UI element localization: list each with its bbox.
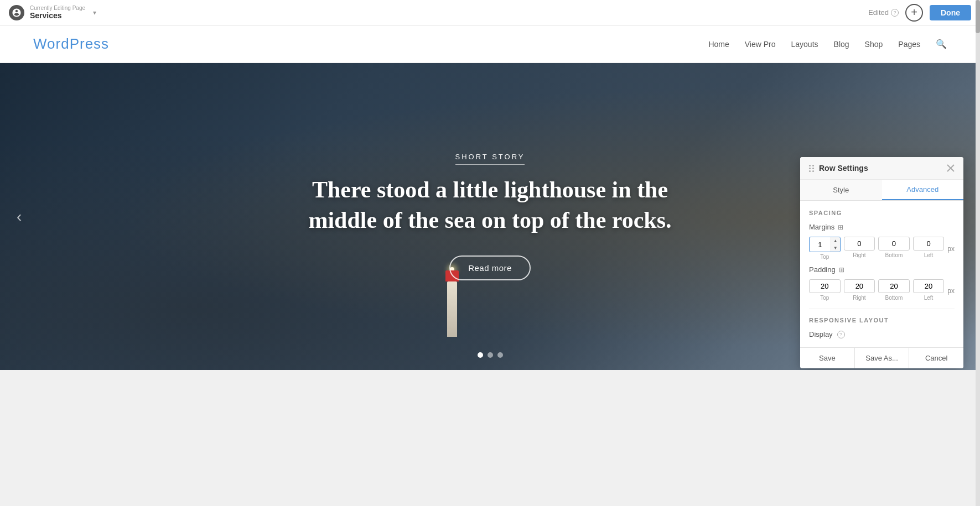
margin-right-field: Right bbox=[844, 237, 875, 258]
margins-label: Margins bbox=[809, 223, 834, 231]
slider-dot-1[interactable] bbox=[478, 352, 483, 358]
padding-right-input-wrap bbox=[844, 279, 875, 293]
panel-footer: Save Save As... Cancel bbox=[800, 347, 963, 368]
padding-right-field: Right bbox=[844, 279, 875, 301]
padding-left-input[interactable] bbox=[914, 280, 944, 293]
display-row: Display ? bbox=[809, 330, 955, 338]
margin-bottom-field: Bottom bbox=[878, 237, 910, 258]
page-scrollbar[interactable] bbox=[976, 0, 980, 506]
page-name: Services bbox=[30, 11, 85, 20]
display-label: Display bbox=[809, 330, 833, 338]
margin-left-field: Left bbox=[913, 237, 945, 258]
padding-right-input[interactable] bbox=[844, 280, 875, 293]
padding-left-label: Left bbox=[913, 295, 945, 301]
margin-right-label: Right bbox=[844, 252, 875, 258]
chevron-down-icon[interactable]: ▾ bbox=[93, 9, 96, 17]
hero-slider: SHORT STORY There stood a little lightho… bbox=[0, 63, 980, 370]
margin-top-up[interactable]: ▲ bbox=[831, 237, 840, 244]
margin-unit-label: px bbox=[947, 244, 955, 253]
currently-editing-label: Currently Editing Page bbox=[30, 5, 85, 11]
padding-top-field: Top bbox=[809, 279, 841, 301]
edited-status: Edited ? bbox=[868, 8, 899, 17]
margins-header: Margins ⊞ bbox=[809, 223, 955, 231]
nav-pages[interactable]: Pages bbox=[898, 40, 920, 49]
done-button[interactable]: Done bbox=[930, 5, 971, 20]
nav-view-pro[interactable]: View Pro bbox=[745, 40, 776, 49]
margin-top-spinners: ▲ ▼ bbox=[831, 237, 840, 252]
save-button[interactable]: Save bbox=[800, 348, 855, 368]
read-more-button[interactable]: Read more bbox=[449, 255, 531, 280]
responsive-section-label: RESPONSIVE LAYOUT bbox=[809, 317, 955, 324]
row-settings-panel: Row Settings Style Advanced SPACING Marg… bbox=[800, 157, 963, 368]
nav-home[interactable]: Home bbox=[708, 40, 729, 49]
padding-bottom-input[interactable] bbox=[879, 280, 909, 293]
section-divider bbox=[809, 309, 955, 309]
padding-top-label: Top bbox=[809, 295, 841, 301]
save-as-button[interactable]: Save As... bbox=[855, 348, 910, 368]
page-info: Currently Editing Page Services bbox=[30, 5, 85, 20]
admin-bar: Currently Editing Page Services ▾ Edited… bbox=[0, 0, 980, 25]
admin-bar-right: Edited ? + Done bbox=[868, 4, 971, 22]
search-icon[interactable]: 🔍 bbox=[936, 39, 947, 49]
margin-right-input-wrap bbox=[844, 237, 875, 251]
admin-avatar bbox=[9, 5, 24, 20]
panel-tabs: Style Advanced bbox=[800, 180, 963, 201]
padding-unit-label: px bbox=[947, 286, 955, 295]
margin-bottom-input[interactable] bbox=[879, 237, 909, 250]
drag-handle[interactable]: Row Settings bbox=[809, 164, 868, 173]
slider-dots bbox=[478, 352, 503, 358]
margin-right-input[interactable] bbox=[844, 237, 875, 250]
margin-left-input-wrap bbox=[913, 237, 945, 251]
scrollbar-thumb[interactable] bbox=[976, 0, 980, 33]
site-logo: WordPress bbox=[33, 35, 109, 53]
margin-top-label: Top bbox=[809, 254, 841, 260]
margin-top-down[interactable]: ▼ bbox=[831, 244, 840, 252]
panel-close-button[interactable] bbox=[947, 164, 955, 172]
padding-header: Padding ⊞ bbox=[809, 265, 955, 274]
padding-bottom-label: Bottom bbox=[878, 295, 910, 301]
add-button[interactable]: + bbox=[905, 4, 923, 22]
spacing-section-label: SPACING bbox=[809, 210, 955, 216]
slider-dot-3[interactable] bbox=[497, 352, 503, 358]
info-icon[interactable]: ? bbox=[891, 9, 899, 17]
margin-bottom-input-wrap bbox=[878, 237, 910, 251]
margin-top-field: ▲ ▼ Top bbox=[809, 237, 841, 260]
nav-blog[interactable]: Blog bbox=[834, 40, 849, 49]
padding-top-input[interactable] bbox=[810, 280, 840, 293]
padding-top-input-wrap bbox=[809, 279, 841, 293]
margins-grid: ▲ ▼ Top Right bbox=[809, 237, 955, 260]
site-nav: Home View Pro Layouts Blog Shop Pages 🔍 bbox=[708, 39, 947, 49]
responsive-margins-icon[interactable]: ⊞ bbox=[838, 223, 843, 231]
panel-title: Row Settings bbox=[819, 164, 868, 173]
padding-bottom-input-wrap bbox=[878, 279, 910, 293]
tab-style[interactable]: Style bbox=[800, 180, 882, 200]
slider-dot-2[interactable] bbox=[488, 352, 493, 358]
padding-right-label: Right bbox=[844, 295, 875, 301]
display-info-icon[interactable]: ? bbox=[837, 331, 845, 338]
padding-bottom-field: Bottom bbox=[878, 279, 910, 301]
hero-subtitle: SHORT STORY bbox=[455, 153, 525, 165]
drag-dots-icon bbox=[809, 165, 815, 172]
responsive-padding-icon[interactable]: ⊞ bbox=[839, 266, 844, 274]
nav-shop[interactable]: Shop bbox=[865, 40, 883, 49]
tab-advanced[interactable]: Advanced bbox=[882, 180, 964, 200]
margin-top-input[interactable] bbox=[810, 238, 831, 251]
padding-grid: Top Right Bottom bbox=[809, 279, 955, 301]
hero-title: There stood a little lighthouse in the m… bbox=[297, 175, 684, 235]
slider-prev-button[interactable]: ‹ bbox=[11, 202, 27, 231]
nav-layouts[interactable]: Layouts bbox=[791, 40, 818, 49]
margin-top-input-wrap: ▲ ▼ bbox=[809, 237, 841, 252]
padding-left-field: Left bbox=[913, 279, 945, 301]
margin-bottom-label: Bottom bbox=[878, 252, 910, 258]
cancel-button[interactable]: Cancel bbox=[909, 348, 963, 368]
site-header: WordPress Home View Pro Layouts Blog Sho… bbox=[0, 25, 980, 63]
margin-left-input[interactable] bbox=[914, 237, 944, 250]
padding-left-input-wrap bbox=[913, 279, 945, 293]
admin-bar-left: Currently Editing Page Services ▾ bbox=[9, 5, 96, 20]
margin-left-label: Left bbox=[913, 252, 945, 258]
panel-header: Row Settings bbox=[800, 157, 963, 180]
padding-label: Padding bbox=[809, 265, 836, 274]
panel-content: SPACING Margins ⊞ ▲ ▼ Top bbox=[800, 201, 963, 347]
